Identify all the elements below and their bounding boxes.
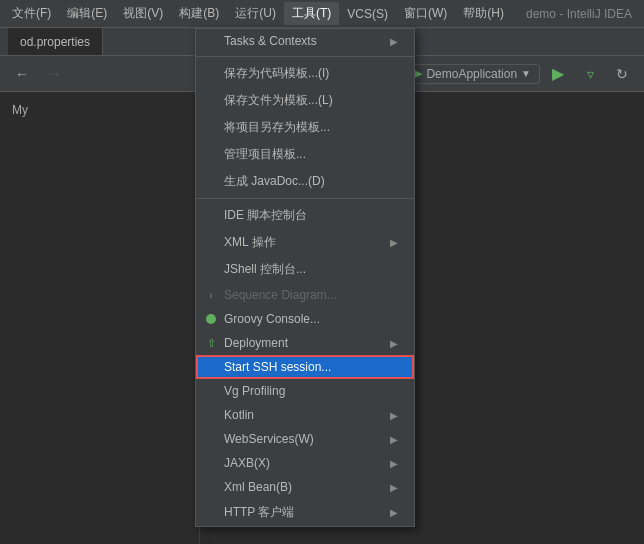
- run-button[interactable]: ▶: [544, 61, 572, 87]
- run-config-arrow-icon: ▼: [521, 68, 531, 79]
- sequence-icon: ›: [204, 288, 218, 302]
- menubar-help[interactable]: 帮助(H): [455, 2, 512, 25]
- deployment-icon: ⇧: [204, 336, 218, 350]
- save-code-template-label: 保存为代码模板...(I): [224, 65, 329, 82]
- menubar: 文件(F) 编辑(E) 视图(V) 构建(B) 运行(U) 工具(T) VCS(…: [0, 0, 644, 28]
- menu-item-ide-script[interactable]: IDE 脚本控制台: [196, 202, 414, 229]
- menu-item-start-ssh[interactable]: Start SSH session...: [196, 355, 414, 379]
- menu-item-groovy-console[interactable]: Groovy Console...: [196, 307, 414, 331]
- jaxb-submenu-arrow-icon: ▶: [390, 458, 398, 469]
- jshell-label: JShell 控制台...: [224, 261, 306, 278]
- webservices-submenu-arrow-icon: ▶: [390, 434, 398, 445]
- http-client-submenu-arrow-icon: ▶: [390, 507, 398, 518]
- tools-menu[interactable]: Tasks & Contexts ▶ 保存为代码模板...(I) 保存文件为模板…: [195, 28, 415, 527]
- menu-item-jshell[interactable]: JShell 控制台...: [196, 256, 414, 283]
- xml-ops-submenu-arrow-icon: ▶: [390, 237, 398, 248]
- kotlin-submenu-arrow-icon: ▶: [390, 410, 398, 421]
- xml-bean-submenu-arrow-icon: ▶: [390, 482, 398, 493]
- menubar-edit[interactable]: 编辑(E): [59, 2, 115, 25]
- menu-item-manage-templates[interactable]: 管理项目模板...: [196, 141, 414, 168]
- tasks-submenu-arrow-icon: ▶: [390, 36, 398, 47]
- ide-script-label: IDE 脚本控制台: [224, 207, 307, 224]
- menu-item-jaxb[interactable]: JAXB(X) ▶: [196, 451, 414, 475]
- menu-item-http-client[interactable]: HTTP 客户端 ▶: [196, 499, 414, 526]
- run-config-selector[interactable]: ▶ DemoApplication ▼: [405, 64, 540, 84]
- menubar-build[interactable]: 构建(B): [171, 2, 227, 25]
- menu-item-xml-bean[interactable]: Xml Bean(B) ▶: [196, 475, 414, 499]
- menubar-tools[interactable]: 工具(T): [284, 2, 339, 25]
- menu-item-webservices[interactable]: WebServices(W) ▶: [196, 427, 414, 451]
- start-ssh-label: Start SSH session...: [224, 360, 331, 374]
- menu-item-vg-profiling[interactable]: Vg Profiling: [196, 379, 414, 403]
- menubar-run[interactable]: 运行(U): [227, 2, 284, 25]
- menubar-file[interactable]: 文件(F): [4, 2, 59, 25]
- refresh-button[interactable]: ↻: [608, 61, 636, 87]
- menu-item-xml-ops[interactable]: XML 操作 ▶: [196, 229, 414, 256]
- forward-button[interactable]: →: [40, 61, 68, 87]
- groovy-icon: [204, 312, 218, 326]
- deployment-submenu-arrow-icon: ▶: [390, 338, 398, 349]
- back-button[interactable]: ←: [8, 61, 36, 87]
- sidebar-my[interactable]: My: [4, 100, 195, 120]
- deployment-label: Deployment: [224, 336, 288, 350]
- separator-1: [196, 56, 414, 57]
- kotlin-label: Kotlin: [224, 408, 254, 422]
- webservices-label: WebServices(W): [224, 432, 314, 446]
- menubar-view[interactable]: 视图(V): [115, 2, 171, 25]
- separator-2: [196, 198, 414, 199]
- vg-profiling-label: Vg Profiling: [224, 384, 285, 398]
- save-project-template-label: 将项目另存为模板...: [224, 119, 330, 136]
- save-file-template-label: 保存文件为模板...(L): [224, 92, 333, 109]
- menu-item-generate-javadoc[interactable]: 生成 JavaDoc...(D): [196, 168, 414, 195]
- generate-javadoc-label: 生成 JavaDoc...(D): [224, 173, 325, 190]
- menubar-window[interactable]: 窗口(W): [396, 2, 455, 25]
- sidebar: My: [0, 92, 200, 544]
- http-client-label: HTTP 客户端: [224, 504, 294, 521]
- menu-item-kotlin[interactable]: Kotlin ▶: [196, 403, 414, 427]
- menu-item-save-project-template[interactable]: 将项目另存为模板...: [196, 114, 414, 141]
- sequence-diagram-label: Sequence Diagram...: [224, 288, 337, 302]
- xml-bean-label: Xml Bean(B): [224, 480, 292, 494]
- run-config-label: DemoApplication: [426, 67, 517, 81]
- menubar-vcs[interactable]: VCS(S): [339, 4, 396, 24]
- menu-item-save-code-template[interactable]: 保存为代码模板...(I): [196, 60, 414, 87]
- app-title: demo - IntelliJ IDEA: [518, 4, 640, 24]
- xml-ops-label: XML 操作: [224, 234, 276, 251]
- menu-item-tasks[interactable]: Tasks & Contexts ▶: [196, 29, 414, 53]
- manage-templates-label: 管理项目模板...: [224, 146, 306, 163]
- menu-item-deployment[interactable]: ⇧ Deployment ▶: [196, 331, 414, 355]
- menu-item-sequence-diagram: › Sequence Diagram...: [196, 283, 414, 307]
- menu-item-tasks-label: Tasks & Contexts: [224, 34, 317, 48]
- menu-item-save-file-template[interactable]: 保存文件为模板...(L): [196, 87, 414, 114]
- tab-properties[interactable]: od.properties: [8, 28, 103, 55]
- jaxb-label: JAXB(X): [224, 456, 270, 470]
- groovy-console-label: Groovy Console...: [224, 312, 320, 326]
- debug-button[interactable]: ▿: [576, 61, 604, 87]
